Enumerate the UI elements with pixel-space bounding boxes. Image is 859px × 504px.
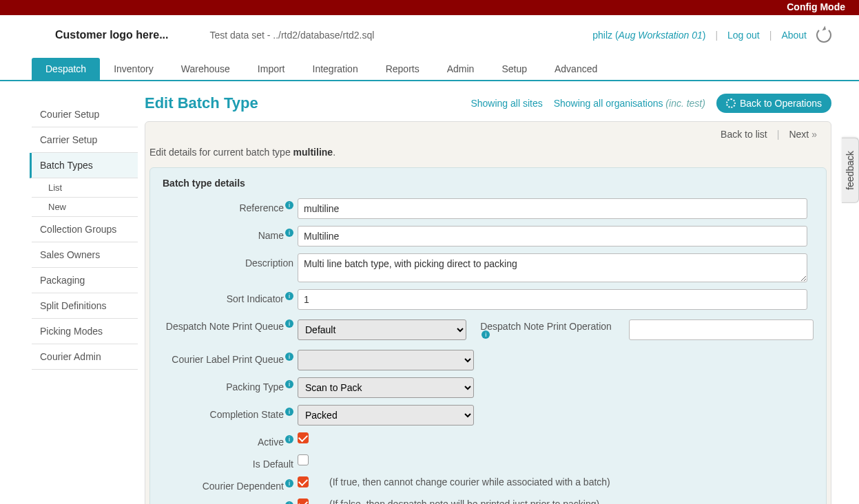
completion-state-select[interactable]: Packed xyxy=(298,405,474,426)
info-icon[interactable]: i xyxy=(285,435,293,443)
customer-logo: Customer logo here... xyxy=(55,29,168,41)
panel-nav: Back to list | Next xyxy=(145,122,831,147)
description-input[interactable] xyxy=(298,253,807,282)
tab-inventory[interactable]: Inventory xyxy=(100,58,167,80)
sidebar-item-collection-groups[interactable]: Collection Groups xyxy=(32,217,138,242)
sidebar-item-courier-setup[interactable]: Courier Setup xyxy=(32,102,138,127)
tab-integration[interactable]: Integration xyxy=(299,58,372,80)
info-icon[interactable]: i xyxy=(285,501,293,504)
content-panel: Back to list | Next Edit details for cur… xyxy=(145,121,831,504)
next-link[interactable]: Next xyxy=(789,129,817,140)
row-courier-label-queue: Courier Label Print Queuei xyxy=(163,350,814,370)
sidebar-sub-list[interactable]: List xyxy=(32,178,138,198)
main-nav: DespatchInventoryWarehouseImportIntegrat… xyxy=(0,58,859,81)
showing-orgs-link[interactable]: Showing all organisations (inc. test) xyxy=(554,98,705,109)
batch-type-details-card: Batch type details Referencei Namei Desc… xyxy=(149,167,827,504)
sidebar-sub-new[interactable]: New xyxy=(32,198,138,217)
name-input[interactable] xyxy=(298,226,807,246)
page-header-actions: Showing all sites Showing all organisati… xyxy=(470,94,831,113)
row-courier-dependent: Courier Dependenti (If true, then cannot… xyxy=(163,476,814,492)
info-icon[interactable]: i xyxy=(285,408,293,416)
despatch-note-operation-input[interactable] xyxy=(629,319,814,340)
header: Customer logo here... Test data set - ..… xyxy=(0,15,859,58)
bulk-despatch-hint: (If false, then despatch note will be pr… xyxy=(329,498,599,504)
row-sort-indicator: Sort Indicatori xyxy=(163,289,814,310)
row-is-default: Is Default xyxy=(163,454,814,470)
back-to-list-link[interactable]: Back to list xyxy=(721,129,767,140)
gear-icon xyxy=(726,98,736,108)
tab-admin[interactable]: Admin xyxy=(433,58,488,80)
courier-dependent-checkbox[interactable] xyxy=(298,476,309,487)
reference-input[interactable] xyxy=(298,198,807,219)
separator: | xyxy=(769,30,772,41)
refresh-icon[interactable] xyxy=(816,28,831,43)
tab-import[interactable]: Import xyxy=(244,58,299,80)
info-icon[interactable]: i xyxy=(285,380,293,388)
header-right: philz (Aug Workstation 01) | Log out | A… xyxy=(592,28,831,43)
active-checkbox[interactable] xyxy=(298,432,309,443)
page-header: Edit Batch Type Showing all sites Showin… xyxy=(145,94,831,113)
is-default-checkbox[interactable] xyxy=(298,454,309,465)
row-name: Namei xyxy=(163,226,814,246)
page-title: Edit Batch Type xyxy=(145,94,258,112)
config-mode-bar: Config Mode xyxy=(0,0,859,15)
info-icon[interactable]: i xyxy=(285,353,293,361)
sidebar: Courier SetupCarrier SetupBatch TypesLis… xyxy=(0,81,138,504)
info-icon[interactable]: i xyxy=(285,479,293,487)
info-icon[interactable]: i xyxy=(285,319,293,328)
tab-reports[interactable]: Reports xyxy=(372,58,433,80)
sidebar-item-carrier-setup[interactable]: Carrier Setup xyxy=(32,127,138,153)
tab-despatch[interactable]: Despatch xyxy=(32,58,100,80)
info-icon[interactable]: i xyxy=(482,330,490,339)
main-content: Edit Batch Type Showing all sites Showin… xyxy=(138,81,859,504)
row-completion-state: Completion Statei Packed xyxy=(163,405,814,426)
logout-link[interactable]: Log out xyxy=(727,30,760,41)
separator: | xyxy=(777,129,780,140)
row-despatch-note-queue: Despatch Note Print Queuei Default Despa… xyxy=(163,317,814,343)
tab-setup[interactable]: Setup xyxy=(488,58,541,80)
user-block: philz (Aug Workstation 01) xyxy=(592,30,705,41)
tab-advanced[interactable]: Advanced xyxy=(541,58,611,80)
row-packing-type: Packing Typei Scan to Pack xyxy=(163,377,814,398)
courier-label-queue-select[interactable] xyxy=(298,350,474,370)
section-title: Batch type details xyxy=(163,178,814,189)
row-reference: Referencei xyxy=(163,198,814,219)
config-mode-label: Config Mode xyxy=(787,1,845,12)
workstation-name: Aug Workstation 01 xyxy=(619,30,703,41)
row-bulk-despatch: Bulk Despatch Note Printingi (If false, … xyxy=(163,498,814,504)
sidebar-item-split-definitions[interactable]: Split Definitions xyxy=(32,293,138,319)
courier-dependent-hint: (If true, then cannot change courier whi… xyxy=(329,476,610,487)
separator: | xyxy=(715,30,718,41)
user-link[interactable]: philz xyxy=(592,30,612,41)
despatch-note-queue-select[interactable]: Default xyxy=(298,319,466,340)
sort-indicator-input[interactable] xyxy=(298,289,807,310)
about-link[interactable]: About xyxy=(781,30,807,41)
sidebar-item-picking-modes[interactable]: Picking Modes xyxy=(32,319,138,344)
bulk-despatch-checkbox[interactable] xyxy=(298,498,309,504)
dataset-path: Test data set - ../rtd2/database/rtd2.sq… xyxy=(209,30,374,41)
row-active: Activei xyxy=(163,432,814,448)
packing-type-select[interactable]: Scan to Pack xyxy=(298,377,474,398)
info-icon[interactable]: i xyxy=(285,201,293,209)
sidebar-item-courier-admin[interactable]: Courier Admin xyxy=(32,344,138,370)
sidebar-item-batch-types[interactable]: Batch Types xyxy=(30,153,138,178)
row-description: Description xyxy=(163,253,814,282)
sidebar-item-sales-owners[interactable]: Sales Owners xyxy=(32,242,138,268)
intro-text: Edit details for current batch type mult… xyxy=(145,147,831,167)
feedback-tab[interactable]: feedback xyxy=(842,138,859,203)
sidebar-item-packaging[interactable]: Packaging xyxy=(32,268,138,293)
info-icon[interactable]: i xyxy=(285,292,293,300)
showing-sites-link[interactable]: Showing all sites xyxy=(470,98,542,109)
info-icon[interactable]: i xyxy=(285,229,293,237)
back-to-operations-button[interactable]: Back to Operations xyxy=(716,94,831,113)
tab-warehouse[interactable]: Warehouse xyxy=(167,58,244,80)
